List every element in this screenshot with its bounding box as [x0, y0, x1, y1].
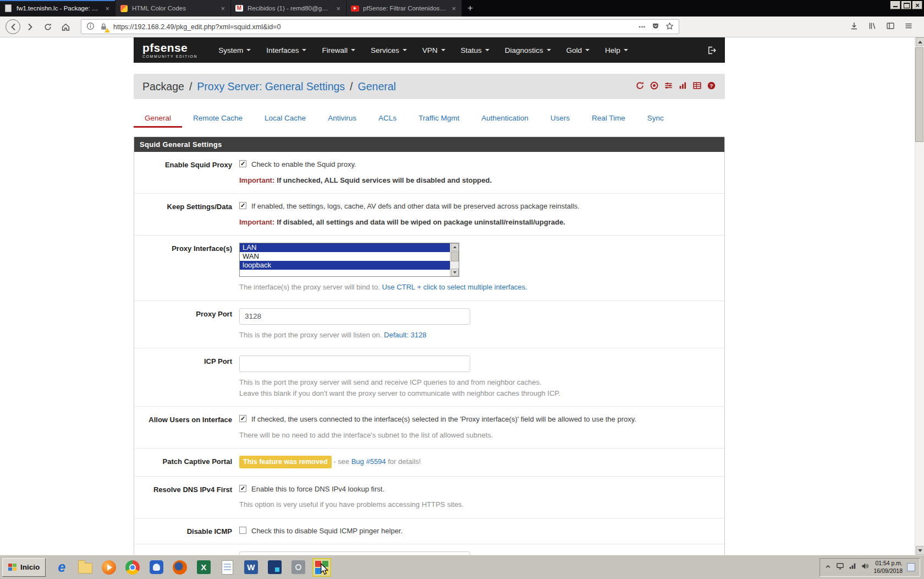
- allow-users-checkbox[interactable]: [239, 415, 246, 422]
- tab-acls[interactable]: ACLs: [367, 109, 408, 128]
- new-tab-button[interactable]: +: [462, 0, 479, 17]
- tab-local-cache[interactable]: Local Cache: [254, 109, 317, 128]
- window-close-button[interactable]: [912, 1, 922, 9]
- default-port-link[interactable]: Default: 3128: [384, 331, 426, 339]
- help-icon[interactable]: ?: [707, 80, 716, 93]
- file-explorer-icon[interactable]: [77, 559, 94, 576]
- menu-help[interactable]: Help: [597, 37, 636, 63]
- menu-interfaces[interactable]: Interfaces: [258, 37, 314, 63]
- related-settings-icon[interactable]: [664, 80, 673, 93]
- breadcrumb-section-link[interactable]: Proxy Server: General Settings: [197, 80, 345, 93]
- menu-diagnostics[interactable]: Diagnostics: [497, 37, 559, 63]
- forward-button[interactable]: [23, 19, 38, 35]
- pocket-icon[interactable]: [652, 22, 659, 31]
- volume-icon[interactable]: [861, 562, 869, 572]
- scroll-down-icon[interactable]: [916, 546, 924, 555]
- url-text[interactable]: https://192.168.2.49/pkg_edit.php?xml=sq…: [113, 23, 634, 31]
- close-tab-icon[interactable]: ×: [103, 4, 111, 13]
- menu-vpn[interactable]: VPN: [415, 37, 453, 63]
- page-scrollbar[interactable]: [915, 37, 924, 555]
- pfsense-logo[interactable]: pfsense COMMUNITY EDITION: [142, 42, 197, 58]
- listbox-option-loopback[interactable]: loopback: [240, 261, 459, 270]
- scroll-down-icon[interactable]: [451, 269, 459, 276]
- messenger-icon[interactable]: [148, 559, 164, 576]
- office-icon[interactable]: [314, 559, 330, 576]
- enable-squid-checkbox[interactable]: [239, 160, 246, 167]
- listbox-option-wan[interactable]: WAN: [240, 252, 459, 261]
- reload-button[interactable]: [40, 19, 56, 35]
- taskbar-clock[interactable]: 01:54 p.m. 16/09/2018: [873, 560, 903, 575]
- home-button[interactable]: [58, 19, 73, 35]
- tab-general[interactable]: General: [134, 109, 182, 128]
- tab-title: HTML Color Codes: [132, 5, 215, 12]
- help-link[interactable]: Use CTRL + click to select multiple inte…: [382, 283, 527, 291]
- scroll-up-icon[interactable]: [916, 37, 924, 46]
- resolve-dns-checkbox[interactable]: [239, 485, 246, 492]
- log-table-icon[interactable]: [692, 80, 702, 93]
- sidebar-icon[interactable]: [886, 21, 895, 32]
- browser-tab-gmail[interactable]: M Recibidos (1) - remd80@gmail.co ×: [231, 0, 346, 17]
- tab-real-time[interactable]: Real Time: [581, 109, 636, 128]
- downloads-icon[interactable]: [850, 21, 859, 32]
- pfsense-menus: System Interfaces Firewall Services VPN …: [211, 37, 636, 63]
- restart-service-icon[interactable]: [635, 80, 645, 93]
- browser-tab-youtube[interactable]: pfSense: Filtrar Contenidos HTTP ×: [346, 0, 462, 17]
- icp-port-input[interactable]: [239, 356, 470, 372]
- site-info-icon[interactable]: [86, 22, 95, 32]
- scrollbar-thumb[interactable]: [451, 252, 459, 261]
- close-tab-icon[interactable]: ×: [334, 4, 342, 13]
- menu-system[interactable]: System: [211, 37, 258, 63]
- browser-tab-colorcodes[interactable]: HTML Color Codes ×: [116, 0, 231, 17]
- back-button[interactable]: [6, 19, 20, 34]
- network-signal-icon[interactable]: [849, 562, 856, 572]
- library-icon[interactable]: [868, 21, 877, 32]
- lock-warning-icon[interactable]: [100, 23, 108, 31]
- browser-tab-pfsense[interactable]: fw1.tecnishn.lc - Package: Proxy ×: [0, 0, 116, 17]
- menu-status[interactable]: Status: [453, 37, 497, 63]
- breadcrumb-page-link[interactable]: General: [358, 80, 396, 93]
- keep-settings-checkbox[interactable]: [239, 202, 246, 209]
- close-tab-icon[interactable]: ×: [450, 4, 458, 13]
- menu-hamburger-icon[interactable]: [904, 21, 913, 32]
- bug-link[interactable]: Bug #5594: [351, 457, 386, 466]
- close-tab-icon[interactable]: ×: [219, 4, 227, 13]
- tab-authentication[interactable]: Authentication: [470, 109, 540, 128]
- display-icon[interactable]: [836, 562, 844, 572]
- proxy-interfaces-listbox[interactable]: LAN WAN loopback: [239, 243, 459, 277]
- menu-gold[interactable]: Gold: [559, 37, 598, 63]
- chrome-icon[interactable]: [124, 559, 141, 576]
- notepad-icon[interactable]: [219, 559, 235, 576]
- menu-services[interactable]: Services: [363, 37, 415, 63]
- page-actions-icon[interactable]: •••: [639, 24, 646, 30]
- hidden-icons-chevron[interactable]: [824, 562, 832, 572]
- tab-users[interactable]: Users: [540, 109, 581, 128]
- excel-icon[interactable]: X: [195, 559, 212, 576]
- window-maximize-button[interactable]: [901, 1, 911, 9]
- listbox-scrollbar[interactable]: [450, 243, 459, 276]
- scrollbar-thumb[interactable]: [915, 47, 923, 142]
- disable-icmp-checkbox[interactable]: [239, 527, 246, 534]
- logout-icon[interactable]: [707, 46, 716, 55]
- alternate-dns-input[interactable]: [239, 551, 470, 555]
- app-dark-icon[interactable]: [266, 559, 283, 576]
- stop-service-icon[interactable]: [650, 80, 659, 93]
- start-button[interactable]: Inicio: [2, 558, 46, 577]
- window-minimize-button[interactable]: [890, 1, 900, 9]
- proxy-port-input[interactable]: [239, 308, 470, 325]
- tab-traffic-mgmt[interactable]: Traffic Mgmt: [408, 109, 470, 128]
- tab-remote-cache[interactable]: Remote Cache: [182, 109, 254, 128]
- word-icon[interactable]: W: [243, 559, 259, 576]
- scroll-up-icon[interactable]: [451, 243, 459, 251]
- status-graph-icon[interactable]: [678, 80, 688, 93]
- listbox-option-lan[interactable]: LAN: [240, 243, 459, 252]
- url-bar[interactable]: https://192.168.2.49/pkg_edit.php?xml=sq…: [81, 19, 679, 34]
- internet-explorer-icon[interactable]: e: [53, 559, 70, 576]
- tab-antivirus[interactable]: Antivirus: [317, 109, 367, 128]
- bookmark-star-icon[interactable]: [666, 22, 674, 32]
- media-player-icon[interactable]: [101, 559, 117, 576]
- show-desktop-icon[interactable]: [907, 563, 915, 571]
- menu-firewall[interactable]: Firewall: [314, 37, 363, 63]
- app-gray-icon[interactable]: [290, 559, 306, 576]
- firefox-icon[interactable]: [172, 559, 188, 576]
- tab-sync[interactable]: Sync: [636, 109, 675, 128]
